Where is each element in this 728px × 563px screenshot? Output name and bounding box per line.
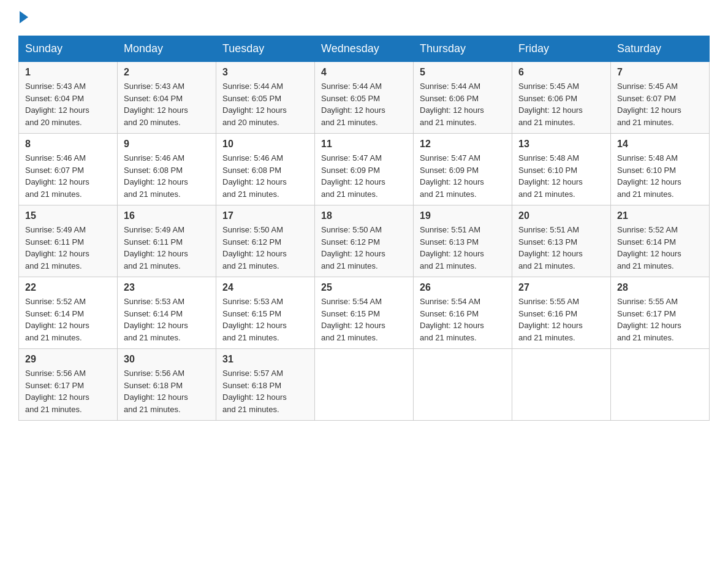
day-info: Sunrise: 5:47 AM Sunset: 6:09 PM Dayligh…: [420, 152, 506, 200]
calendar-cell: 4 Sunrise: 5:44 AM Sunset: 6:05 PM Dayli…: [315, 62, 414, 134]
calendar-cell: 8 Sunrise: 5:46 AM Sunset: 6:07 PM Dayli…: [19, 134, 118, 205]
calendar-cell: 24 Sunrise: 5:53 AM Sunset: 6:15 PM Dayl…: [216, 277, 315, 349]
day-info: Sunrise: 5:46 AM Sunset: 6:08 PM Dayligh…: [124, 152, 210, 200]
day-number: 27: [518, 282, 604, 293]
column-header-monday: Monday: [118, 36, 216, 62]
day-number: 6: [518, 67, 604, 78]
day-info: Sunrise: 5:50 AM Sunset: 6:12 PM Dayligh…: [321, 224, 407, 272]
day-number: 12: [420, 139, 506, 150]
calendar-cell: 14 Sunrise: 5:48 AM Sunset: 6:10 PM Dayl…: [611, 134, 710, 205]
day-info: Sunrise: 5:53 AM Sunset: 6:14 PM Dayligh…: [124, 296, 210, 343]
day-info: Sunrise: 5:54 AM Sunset: 6:15 PM Dayligh…: [321, 296, 407, 343]
day-number: 10: [222, 139, 308, 150]
day-number: 4: [321, 67, 407, 78]
calendar-header-row: SundayMondayTuesdayWednesdayThursdayFrid…: [19, 36, 710, 62]
calendar-cell: 3 Sunrise: 5:44 AM Sunset: 6:05 PM Dayli…: [216, 62, 315, 134]
calendar-cell: [611, 349, 710, 421]
calendar-cell: 7 Sunrise: 5:45 AM Sunset: 6:07 PM Dayli…: [611, 62, 710, 134]
day-number: 19: [420, 210, 506, 221]
calendar-cell: 27 Sunrise: 5:55 AM Sunset: 6:16 PM Dayl…: [512, 277, 611, 349]
day-info: Sunrise: 5:49 AM Sunset: 6:11 PM Dayligh…: [124, 224, 210, 272]
column-header-friday: Friday: [512, 36, 611, 62]
page-header: [18, 12, 710, 23]
day-info: Sunrise: 5:57 AM Sunset: 6:18 PM Dayligh…: [222, 367, 308, 415]
day-number: 3: [222, 67, 308, 78]
calendar-table: SundayMondayTuesdayWednesdayThursdayFrid…: [18, 36, 710, 421]
calendar-cell: 12 Sunrise: 5:47 AM Sunset: 6:09 PM Dayl…: [414, 134, 512, 205]
column-header-thursday: Thursday: [414, 36, 512, 62]
calendar-cell: 10 Sunrise: 5:46 AM Sunset: 6:08 PM Dayl…: [216, 134, 315, 205]
day-info: Sunrise: 5:51 AM Sunset: 6:13 PM Dayligh…: [518, 224, 604, 272]
day-number: 21: [617, 210, 703, 221]
day-number: 28: [617, 282, 703, 293]
logo: [18, 12, 28, 23]
day-number: 26: [420, 282, 506, 293]
day-number: 16: [124, 210, 210, 221]
day-number: 1: [25, 67, 111, 78]
day-info: Sunrise: 5:53 AM Sunset: 6:15 PM Dayligh…: [222, 296, 308, 343]
day-info: Sunrise: 5:45 AM Sunset: 6:06 PM Dayligh…: [518, 80, 604, 128]
calendar-week-row: 8 Sunrise: 5:46 AM Sunset: 6:07 PM Dayli…: [19, 134, 710, 205]
calendar-cell: 11 Sunrise: 5:47 AM Sunset: 6:09 PM Dayl…: [315, 134, 414, 205]
day-number: 20: [518, 210, 604, 221]
day-number: 25: [321, 282, 407, 293]
day-number: 23: [124, 282, 210, 293]
day-info: Sunrise: 5:52 AM Sunset: 6:14 PM Dayligh…: [25, 296, 111, 343]
day-number: 8: [25, 139, 111, 150]
day-number: 29: [25, 354, 111, 365]
calendar-cell: 6 Sunrise: 5:45 AM Sunset: 6:06 PM Dayli…: [512, 62, 611, 134]
day-info: Sunrise: 5:55 AM Sunset: 6:16 PM Dayligh…: [518, 296, 604, 343]
column-header-wednesday: Wednesday: [315, 36, 414, 62]
calendar-cell: 15 Sunrise: 5:49 AM Sunset: 6:11 PM Dayl…: [19, 205, 118, 277]
day-info: Sunrise: 5:46 AM Sunset: 6:07 PM Dayligh…: [25, 152, 111, 200]
calendar-cell: 29 Sunrise: 5:56 AM Sunset: 6:17 PM Dayl…: [19, 349, 118, 421]
calendar-cell: 13 Sunrise: 5:48 AM Sunset: 6:10 PM Dayl…: [512, 134, 611, 205]
day-number: 22: [25, 282, 111, 293]
calendar-week-row: 29 Sunrise: 5:56 AM Sunset: 6:17 PM Dayl…: [19, 349, 710, 421]
calendar-cell: 20 Sunrise: 5:51 AM Sunset: 6:13 PM Dayl…: [512, 205, 611, 277]
day-info: Sunrise: 5:49 AM Sunset: 6:11 PM Dayligh…: [25, 224, 111, 272]
day-number: 17: [222, 210, 308, 221]
calendar-cell: 16 Sunrise: 5:49 AM Sunset: 6:11 PM Dayl…: [118, 205, 216, 277]
calendar-cell: 25 Sunrise: 5:54 AM Sunset: 6:15 PM Dayl…: [315, 277, 414, 349]
day-info: Sunrise: 5:54 AM Sunset: 6:16 PM Dayligh…: [420, 296, 506, 343]
calendar-cell: 30 Sunrise: 5:56 AM Sunset: 6:18 PM Dayl…: [118, 349, 216, 421]
calendar-cell: [414, 349, 512, 421]
day-info: Sunrise: 5:51 AM Sunset: 6:13 PM Dayligh…: [420, 224, 506, 272]
day-number: 30: [124, 354, 210, 365]
calendar-cell: [315, 349, 414, 421]
calendar-week-row: 1 Sunrise: 5:43 AM Sunset: 6:04 PM Dayli…: [19, 62, 710, 134]
calendar-cell: 31 Sunrise: 5:57 AM Sunset: 6:18 PM Dayl…: [216, 349, 315, 421]
column-header-sunday: Sunday: [19, 36, 118, 62]
day-number: 5: [420, 67, 506, 78]
calendar-cell: 9 Sunrise: 5:46 AM Sunset: 6:08 PM Dayli…: [118, 134, 216, 205]
calendar-cell: 2 Sunrise: 5:43 AM Sunset: 6:04 PM Dayli…: [118, 62, 216, 134]
calendar-cell: 19 Sunrise: 5:51 AM Sunset: 6:13 PM Dayl…: [414, 205, 512, 277]
calendar-cell: 5 Sunrise: 5:44 AM Sunset: 6:06 PM Dayli…: [414, 62, 512, 134]
day-info: Sunrise: 5:56 AM Sunset: 6:17 PM Dayligh…: [25, 367, 111, 415]
day-info: Sunrise: 5:46 AM Sunset: 6:08 PM Dayligh…: [222, 152, 308, 200]
calendar-cell: 26 Sunrise: 5:54 AM Sunset: 6:16 PM Dayl…: [414, 277, 512, 349]
calendar-week-row: 22 Sunrise: 5:52 AM Sunset: 6:14 PM Dayl…: [19, 277, 710, 349]
day-info: Sunrise: 5:44 AM Sunset: 6:05 PM Dayligh…: [222, 80, 308, 128]
day-info: Sunrise: 5:43 AM Sunset: 6:04 PM Dayligh…: [124, 80, 210, 128]
calendar-cell: 1 Sunrise: 5:43 AM Sunset: 6:04 PM Dayli…: [19, 62, 118, 134]
calendar-cell: 22 Sunrise: 5:52 AM Sunset: 6:14 PM Dayl…: [19, 277, 118, 349]
day-info: Sunrise: 5:45 AM Sunset: 6:07 PM Dayligh…: [617, 80, 703, 128]
day-info: Sunrise: 5:48 AM Sunset: 6:10 PM Dayligh…: [518, 152, 604, 200]
calendar-cell: 28 Sunrise: 5:55 AM Sunset: 6:17 PM Dayl…: [611, 277, 710, 349]
day-number: 24: [222, 282, 308, 293]
day-info: Sunrise: 5:43 AM Sunset: 6:04 PM Dayligh…: [25, 80, 111, 128]
calendar-cell: 23 Sunrise: 5:53 AM Sunset: 6:14 PM Dayl…: [118, 277, 216, 349]
day-number: 11: [321, 139, 407, 150]
day-info: Sunrise: 5:48 AM Sunset: 6:10 PM Dayligh…: [617, 152, 703, 200]
day-number: 18: [321, 210, 407, 221]
calendar-cell: 17 Sunrise: 5:50 AM Sunset: 6:12 PM Dayl…: [216, 205, 315, 277]
day-number: 15: [25, 210, 111, 221]
calendar-cell: 18 Sunrise: 5:50 AM Sunset: 6:12 PM Dayl…: [315, 205, 414, 277]
column-header-tuesday: Tuesday: [216, 36, 315, 62]
day-number: 13: [518, 139, 604, 150]
calendar-cell: [512, 349, 611, 421]
day-info: Sunrise: 5:50 AM Sunset: 6:12 PM Dayligh…: [222, 224, 308, 272]
day-info: Sunrise: 5:47 AM Sunset: 6:09 PM Dayligh…: [321, 152, 407, 200]
